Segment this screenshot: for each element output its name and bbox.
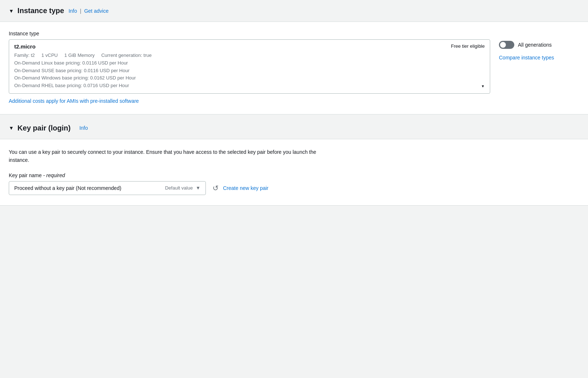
instance-type-body: Instance type t2.micro Free tier eligibl… [0, 22, 588, 114]
pricing-windows: On-Demand Windows base pricing: 0.0162 U… [14, 75, 136, 81]
keypair-header: ▼ Key pair (login) Info [0, 117, 588, 139]
keypair-select-right: Default value ▼ [165, 185, 200, 191]
section-separator [0, 114, 588, 117]
pricing-suse: On-Demand SUSE base pricing: 0.0116 USD … [14, 68, 130, 73]
keypair-select-dropdown[interactable]: Proceed without a key pair (Not recommen… [9, 181, 206, 195]
keypair-selected-value: Proceed without a key pair (Not recommen… [14, 185, 121, 191]
keypair-actions: ↻ Create new key pair [211, 182, 269, 194]
collapse-toggle[interactable]: ▼ [9, 8, 14, 14]
free-tier-badge: Free tier eligible [451, 43, 485, 49]
keypair-dropdown-arrow-icon: ▼ [196, 185, 200, 191]
instance-type-info-link[interactable]: Info [69, 8, 77, 14]
keypair-section: ▼ Key pair (login) Info You can use a ke… [0, 117, 588, 206]
instance-type-dropdown[interactable]: t2.micro Free tier eligible Family: t2 1… [9, 39, 490, 94]
instance-type-row: t2.micro Free tier eligible Family: t2 1… [9, 39, 579, 94]
refresh-icon: ↻ [212, 184, 219, 192]
keypair-info-link[interactable]: Info [79, 125, 88, 131]
instance-vcpu: 1 vCPU [41, 52, 58, 58]
pricing-linux: On-Demand Linux base pricing: 0.0116 USD… [14, 60, 128, 66]
pricing-rhel: On-Demand RHEL base pricing: 0.0716 USD … [14, 83, 129, 88]
required-indicator: - required [43, 172, 65, 178]
pipe-divider: | [80, 8, 81, 14]
instance-memory: 1 GiB Memory [64, 52, 95, 58]
create-new-key-pair-link[interactable]: Create new key pair [223, 185, 269, 191]
instance-type-title: Instance type [18, 7, 64, 15]
keypair-row: Proceed without a key pair (Not recommen… [9, 181, 579, 195]
keypair-field-label: Key pair name - required [9, 172, 579, 178]
ami-costs-link[interactable]: Additional costs apply for AMIs with pre… [9, 98, 579, 104]
toggle-label: All generations [518, 42, 552, 48]
instance-family: Family: t2 [14, 52, 35, 58]
instance-generation: Current generation: true [101, 52, 151, 58]
get-advice-link[interactable]: Get advice [84, 8, 109, 14]
all-generations-toggle-row: All generations [499, 41, 552, 49]
instance-type-section: ▼ Instance type Info | Get advice Instan… [0, 0, 588, 114]
keypair-description: You can use a key pair to securely conne… [9, 148, 323, 164]
toggle-track [499, 41, 514, 49]
instance-name: t2.micro [14, 43, 35, 50]
dropdown-arrow-icon: ▼ [481, 84, 485, 88]
keypair-label-text: Key pair name [9, 172, 42, 178]
all-generations-toggle[interactable] [499, 41, 514, 49]
instance-details: Family: t2 1 vCPU 1 GiB Memory Current g… [14, 52, 485, 90]
compare-instance-types-link[interactable]: Compare instance types [499, 55, 554, 61]
instance-type-controls: All generations Compare instance types [499, 39, 579, 61]
instance-type-header: ▼ Instance type Info | Get advice [0, 0, 588, 22]
keypair-title: Key pair (login) [18, 124, 71, 132]
refresh-button[interactable]: ↻ [211, 182, 220, 194]
instance-type-top: t2.micro Free tier eligible [14, 43, 485, 50]
toggle-thumb [500, 42, 506, 48]
keypair-body: You can use a key pair to securely conne… [0, 139, 588, 206]
default-value-label: Default value [165, 185, 193, 191]
instance-type-field-label: Instance type [9, 31, 579, 36]
keypair-collapse-toggle[interactable]: ▼ [9, 125, 14, 131]
